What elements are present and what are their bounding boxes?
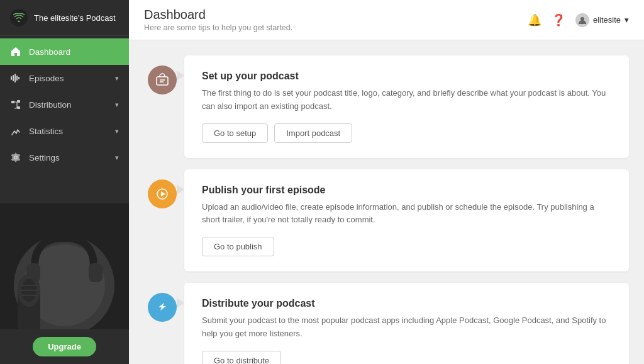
- content-area: Set up your podcast The first thing to d…: [129, 40, 644, 364]
- user-name: elitesite: [593, 15, 621, 25]
- setup-card-title: Set up your podcast: [202, 71, 611, 82]
- main-content: Dashboard Here are some tips to help you…: [129, 0, 644, 364]
- statistics-icon: [10, 125, 21, 137]
- distribution-icon: [10, 99, 21, 110]
- svg-marker-23: [161, 191, 165, 196]
- header-right: 🔔 ❓ elitesite ▾: [528, 13, 629, 27]
- help-icon[interactable]: ❓: [552, 13, 565, 27]
- svg-rect-1: [13, 75, 14, 81]
- page-subtitle: Here are some tips to help you get start…: [144, 23, 292, 32]
- card-pointer-1: [148, 55, 177, 94]
- setup-card-actions: Go to setup Import podcast: [202, 123, 611, 143]
- svg-rect-2: [14, 74, 16, 82]
- setup-card: Set up your podcast The first thing to d…: [184, 55, 629, 158]
- upgrade-button[interactable]: Upgrade: [33, 337, 96, 356]
- user-menu[interactable]: elitesite ▾: [575, 13, 629, 27]
- setup-icon-circle: [148, 65, 177, 94]
- header-left: Dashboard Here are some tips to help you…: [144, 8, 292, 32]
- go-to-setup-button[interactable]: Go to setup: [202, 123, 268, 143]
- sidebar-item-settings[interactable]: Settings ▾: [0, 144, 129, 171]
- gear-icon: [10, 152, 21, 163]
- svg-rect-5: [11, 101, 14, 103]
- upgrade-button-container: Upgrade: [0, 329, 129, 364]
- chevron-down-icon: ▾: [115, 74, 119, 82]
- distribute-card-actions: Go to distribute: [202, 351, 611, 364]
- go-to-distribute-button[interactable]: Go to distribute: [202, 351, 281, 364]
- sidebar-nav: Dashboard Episodes ▾: [0, 36, 129, 203]
- distribute-card-desc: Submit your podcast to the most popular …: [202, 314, 611, 341]
- svg-rect-4: [18, 77, 19, 79]
- waveform-icon: [10, 72, 21, 84]
- svg-rect-7: [17, 106, 20, 109]
- sidebar-item-label: Dashboard: [29, 47, 70, 57]
- setup-card-body: Set up your podcast The first thing to d…: [202, 71, 611, 143]
- publish-icon-circle: [148, 179, 177, 208]
- publish-card-body: Publish your first episode Upload an aud…: [202, 185, 611, 257]
- chevron-down-icon: ▾: [115, 127, 119, 135]
- svg-rect-11: [89, 263, 103, 282]
- home-icon: [10, 46, 21, 57]
- publish-card-desc: Upload an audio/video file, create episo…: [202, 201, 611, 227]
- sidebar-item-label: Settings: [29, 153, 60, 162]
- publish-card: Publish your first episode Upload an aud…: [184, 169, 629, 272]
- chevron-down-icon: ▾: [115, 154, 119, 162]
- distribute-card-body: Distribute your podcast Submit your podc…: [202, 298, 611, 364]
- sidebar-logo-text: The elitesite's Podcast: [34, 13, 116, 23]
- card-pointer-3: [148, 283, 177, 322]
- go-to-publish-button[interactable]: Go to publish: [202, 237, 274, 256]
- sidebar-item-statistics[interactable]: Statistics ▾: [0, 118, 129, 144]
- chevron-down-icon: ▾: [115, 101, 119, 109]
- svg-rect-6: [17, 100, 20, 103]
- card-triangle-3: [177, 298, 184, 308]
- publish-card-actions: Go to publish: [202, 237, 611, 256]
- bell-icon[interactable]: 🔔: [528, 13, 541, 27]
- wifi-icon: [10, 9, 28, 26]
- publish-card-title: Publish your first episode: [202, 185, 611, 196]
- user-avatar-icon: [575, 13, 589, 27]
- sidebar-item-label: Distribution: [29, 100, 72, 110]
- user-menu-arrow: ▾: [625, 15, 629, 25]
- sidebar-logo: The elitesite's Podcast: [0, 0, 129, 36]
- card-pointer-2: [148, 169, 177, 208]
- sidebar-item-label: Episodes: [29, 74, 64, 83]
- card-triangle-2: [177, 185, 184, 195]
- sidebar-image-area: [0, 203, 129, 329]
- distribute-card-title: Distribute your podcast: [202, 298, 611, 309]
- svg-rect-19: [157, 77, 168, 85]
- import-podcast-button[interactable]: Import podcast: [274, 123, 352, 143]
- card-triangle-1: [177, 71, 184, 81]
- sidebar-item-episodes[interactable]: Episodes ▾: [0, 65, 129, 91]
- distribute-icon-circle: [148, 293, 177, 322]
- sidebar-item-label: Statistics: [29, 127, 63, 136]
- sidebar-item-dashboard[interactable]: Dashboard: [0, 38, 129, 65]
- header: Dashboard Here are some tips to help you…: [129, 0, 644, 40]
- setup-card-desc: The first thing to do is set your podcas…: [202, 87, 611, 113]
- sidebar-item-distribution[interactable]: Distribution ▾: [0, 91, 129, 118]
- page-title: Dashboard: [144, 8, 292, 22]
- sidebar: The elitesite's Podcast Dashboard: [0, 0, 129, 364]
- svg-rect-0: [11, 76, 12, 80]
- svg-rect-3: [16, 76, 18, 81]
- distribute-card: Distribute your podcast Submit your podc…: [184, 283, 629, 364]
